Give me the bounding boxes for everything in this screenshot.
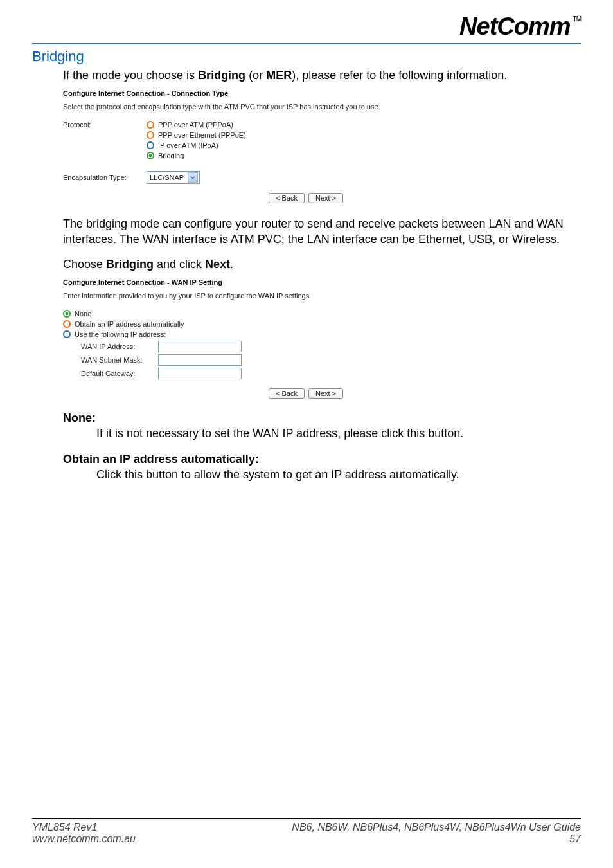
wan-ip-input[interactable] <box>158 341 242 352</box>
wan-mask-input[interactable] <box>158 354 242 366</box>
header-divider <box>32 43 581 44</box>
section-title: Bridging <box>32 48 581 65</box>
radio-pppoe[interactable] <box>147 131 154 139</box>
option-obtain-auto: Obtain an IP address automatically <box>75 320 184 328</box>
choose-bridging-paragraph: Choose Bridging and click Next. <box>63 257 581 272</box>
encapsulation-value: LLC/SNAP <box>150 174 184 181</box>
gateway-label: Default Gateway: <box>81 370 158 377</box>
radio-bridging[interactable] <box>147 152 154 159</box>
header: NetComm TM <box>32 13 581 41</box>
brand-logo: NetComm TM <box>459 13 581 41</box>
screenshot-connection-type: Configure Internet Connection - Connecti… <box>63 89 513 203</box>
encapsulation-label: Encapsulation Type: <box>63 174 147 181</box>
footer-right: NB6, NB6W, NB6Plus4, NB6Plus4W, NB6Plus4… <box>292 822 581 845</box>
footer-left: YML854 Rev1 www.netcomm.com.au <box>32 822 136 845</box>
radio-none[interactable] <box>63 310 71 318</box>
next-button[interactable]: Next > <box>308 193 343 203</box>
intro-paragraph: If the mode you choose is Bridging (or M… <box>63 68 581 83</box>
wan-ip-label: WAN IP Address: <box>81 343 158 350</box>
back-button[interactable]: < Back <box>269 193 305 203</box>
footer-models: NB6, NB6W, NB6Plus4, NB6Plus4W, NB6Plus4… <box>292 822 529 833</box>
option-none: None <box>75 310 91 318</box>
shot2-desc: Enter information provided to you by you… <box>63 291 513 301</box>
radio-pppoa[interactable] <box>147 121 154 129</box>
option-pppoe: PPP over Ethernet (PPPoE) <box>158 131 246 139</box>
radio-obtain-auto[interactable] <box>63 320 71 328</box>
desc-none: If it is not necessary to set the WAN IP… <box>96 426 581 441</box>
encapsulation-select[interactable]: LLC/SNAP <box>147 171 200 184</box>
footer-guide-suffix: User Guide <box>529 822 581 833</box>
radio-ipoa[interactable] <box>147 141 154 149</box>
screenshot-wan-ip: Configure Internet Connection - WAN IP S… <box>63 278 513 399</box>
shot2-title: Configure Internet Connection - WAN IP S… <box>63 278 513 286</box>
footer-url: www.netcomm.com.au <box>32 833 136 845</box>
page-number: 57 <box>292 833 581 845</box>
term-auto: Obtain an IP address automatically: <box>63 453 581 466</box>
shot1-title: Configure Internet Connection - Connecti… <box>63 89 513 97</box>
bridging-desc-paragraph: The bridging mode can configure your rou… <box>63 216 581 248</box>
brand-name: NetComm <box>459 13 570 41</box>
gateway-input[interactable] <box>158 368 242 379</box>
term-none: None: <box>63 411 581 425</box>
option-ipoa: IP over ATM (IPoA) <box>158 141 218 149</box>
trademark-symbol: TM <box>573 15 581 23</box>
shot1-desc: Select the protocol and encapsulation ty… <box>63 102 423 112</box>
option-manual-ip: Use the following IP address: <box>75 330 166 338</box>
next-button-2[interactable]: Next > <box>308 388 343 399</box>
back-button-2[interactable]: < Back <box>269 388 305 399</box>
page-footer: YML854 Rev1 www.netcomm.com.au NB6, NB6W… <box>32 818 581 845</box>
option-bridging: Bridging <box>158 152 184 159</box>
wan-mask-label: WAN Subnet Mask: <box>81 356 158 364</box>
option-pppoa: PPP over ATM (PPPoA) <box>158 121 233 129</box>
chevron-down-icon <box>188 172 198 183</box>
desc-auto: Click this button to allow the system to… <box>96 467 581 482</box>
footer-rev: YML854 Rev1 <box>32 822 136 833</box>
radio-manual-ip[interactable] <box>63 330 71 338</box>
protocol-label: Protocol: <box>63 121 147 162</box>
